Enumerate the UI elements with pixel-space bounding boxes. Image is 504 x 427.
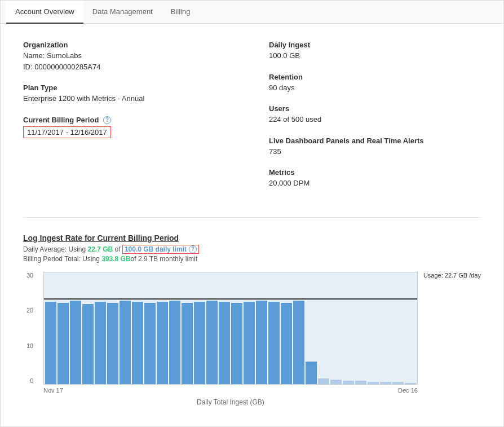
retention-block: Retention 90 days bbox=[269, 73, 481, 94]
y-label-30: 30 bbox=[26, 272, 33, 279]
tab-data-management[interactable]: Data Management bbox=[83, 1, 162, 24]
bar bbox=[380, 382, 391, 384]
chart-inner bbox=[43, 272, 418, 385]
chart-relative-container: 30 20 10 0 bbox=[43, 272, 418, 385]
daily-ingest-block: Daily Ingest 100.0 GB bbox=[269, 41, 481, 61]
tab-billing[interactable]: Billing bbox=[162, 1, 200, 24]
live-dashboard-block: Live Dashboard Panels and Real Time Aler… bbox=[269, 137, 481, 157]
bar bbox=[392, 382, 404, 384]
x-label-right: Dec 16 bbox=[398, 387, 418, 394]
org-block: Organization Name: SumoLabs ID: 00000000… bbox=[23, 41, 235, 72]
avg-line bbox=[44, 298, 417, 300]
org-label: Organization bbox=[23, 41, 235, 49]
bar bbox=[144, 303, 156, 384]
daily-total-label: Daily Total Ingest (GB) bbox=[43, 398, 418, 406]
metrics-value: 20,000 DPM bbox=[269, 178, 481, 189]
metrics-block: Metrics 20,000 DPM bbox=[269, 168, 481, 189]
bar bbox=[330, 380, 342, 384]
chart-right-label-container: Usage: 22.7 GB /day bbox=[418, 272, 481, 279]
chart-bars bbox=[44, 272, 417, 384]
users-block: Users 224 of 500 used bbox=[269, 104, 481, 125]
bar bbox=[157, 302, 168, 384]
daily-ingest-value: 100.0 GB bbox=[269, 50, 481, 61]
daily-avg-gb: 22.7 GB bbox=[88, 245, 113, 253]
bar bbox=[206, 301, 218, 384]
bar bbox=[169, 301, 180, 384]
chart-daily-avg-line: Daily Average: Using 22.7 GB of 100.0 GB… bbox=[23, 245, 481, 254]
page-container: Account Overview Data Management Billing… bbox=[0, 0, 504, 427]
billing-period-value: 11/17/2017 - 12/16/2017 bbox=[23, 126, 111, 138]
main-content: Organization Name: SumoLabs ID: 00000000… bbox=[1, 24, 503, 423]
bar bbox=[58, 303, 69, 384]
org-name-label: Name: bbox=[23, 51, 45, 60]
plan-label: Plan Type bbox=[23, 83, 235, 92]
chart-title: Log Ingest Rate for Current Billing Peri… bbox=[23, 234, 481, 243]
billing-total-prefix: Billing Period Total: Using bbox=[23, 255, 101, 263]
bar bbox=[45, 302, 56, 384]
bar bbox=[281, 303, 292, 384]
chart-section: Log Ingest Rate for Current Billing Peri… bbox=[23, 234, 481, 406]
users-value: 224 of 500 used bbox=[269, 114, 481, 125]
org-id-value: 0000000000285A74 bbox=[34, 63, 100, 71]
bar bbox=[231, 303, 242, 384]
bar bbox=[182, 303, 193, 384]
y-axis: 30 20 10 0 bbox=[26, 272, 33, 385]
users-label: Users bbox=[269, 104, 481, 113]
y-label-0: 0 bbox=[30, 377, 33, 384]
bar bbox=[95, 302, 106, 384]
info-section: Organization Name: SumoLabs ID: 00000000… bbox=[23, 41, 481, 218]
chart-billing-total-line: Billing Period Total: Using 393.8 GBof 2… bbox=[23, 255, 481, 263]
bar bbox=[368, 382, 379, 384]
info-left: Organization Name: SumoLabs ID: 00000000… bbox=[23, 41, 235, 200]
bar bbox=[256, 301, 267, 384]
bar bbox=[405, 383, 416, 384]
daily-avg-mid: of bbox=[113, 245, 122, 253]
bar bbox=[219, 302, 230, 384]
org-id-label: ID: bbox=[23, 63, 33, 71]
daily-avg-prefix: Daily Average: Using bbox=[23, 245, 88, 253]
plan-value: Enterprise 1200 with Metrics - Annual bbox=[23, 93, 235, 104]
org-name-value: SumoLabs bbox=[47, 51, 82, 60]
chart-usage-label: Usage: 22.7 GB /day bbox=[423, 272, 481, 279]
x-axis-labels: Nov 17 Dec 16 bbox=[43, 387, 418, 394]
bar bbox=[306, 362, 317, 384]
plan-block: Plan Type Enterprise 1200 with Metrics -… bbox=[23, 83, 235, 104]
chart-outer: 30 20 10 0 Nov 17 Dec 16 bbox=[43, 272, 418, 406]
daily-limit-help-icon[interactable]: ? bbox=[189, 245, 197, 253]
retention-label: Retention bbox=[269, 73, 481, 81]
org-id: ID: 0000000000285A74 bbox=[23, 61, 235, 73]
billing-total-gb: 393.8 GB bbox=[101, 255, 130, 263]
bar bbox=[343, 381, 354, 384]
bar bbox=[244, 302, 255, 384]
billing-period-help-icon[interactable]: ? bbox=[103, 116, 111, 124]
org-name: Name: SumoLabs bbox=[23, 50, 235, 61]
bar bbox=[318, 378, 329, 384]
chart-wrapper: 30 20 10 0 Nov 17 Dec 16 bbox=[23, 272, 481, 406]
billing-period-label: Current Billing Period ? bbox=[23, 116, 235, 125]
info-right: Daily Ingest 100.0 GB Retention 90 days … bbox=[269, 41, 481, 200]
y-label-20: 20 bbox=[26, 307, 33, 314]
billing-period-block: Current Billing Period ? 11/17/2017 - 12… bbox=[23, 116, 235, 139]
tab-bar: Account Overview Data Management Billing bbox=[1, 1, 503, 24]
bar bbox=[132, 302, 143, 384]
billing-total-suffix: of 2.9 TB monthly limit bbox=[131, 255, 198, 263]
bar bbox=[82, 304, 94, 384]
metrics-label: Metrics bbox=[269, 168, 481, 177]
daily-ingest-label: Daily Ingest bbox=[269, 41, 481, 49]
bar bbox=[70, 301, 81, 384]
bar bbox=[268, 302, 280, 384]
retention-value: 90 days bbox=[269, 82, 481, 94]
bar bbox=[194, 302, 205, 384]
tab-account-overview[interactable]: Account Overview bbox=[6, 1, 83, 24]
daily-limit-value: 100.0 GB daily limit bbox=[125, 245, 187, 253]
bar bbox=[355, 381, 366, 384]
bar bbox=[107, 303, 118, 384]
daily-limit-box: 100.0 GB daily limit? bbox=[122, 245, 199, 254]
live-dashboard-value: 735 bbox=[269, 146, 481, 157]
y-label-10: 10 bbox=[26, 342, 33, 349]
x-label-left: Nov 17 bbox=[43, 387, 63, 394]
bar bbox=[120, 301, 131, 384]
bar bbox=[293, 301, 304, 384]
live-dashboard-label: Live Dashboard Panels and Real Time Aler… bbox=[269, 137, 481, 145]
